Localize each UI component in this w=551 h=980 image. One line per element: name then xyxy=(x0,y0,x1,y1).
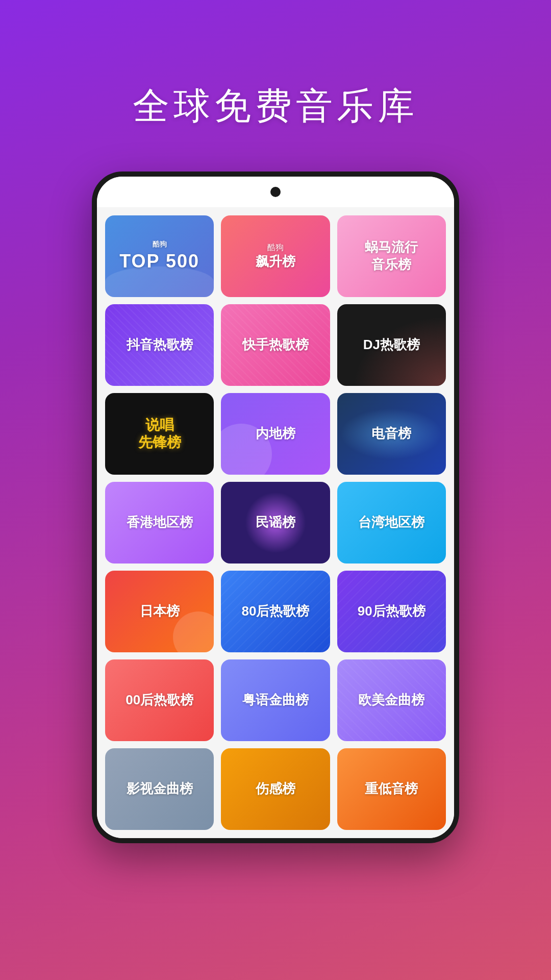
music-grid: 酷狗 TOP 500 酷狗 飙升榜 蜗马流行音乐榜 抖音热歌榜 xyxy=(105,215,446,830)
card-90s-label: 90后热歌榜 xyxy=(358,603,425,620)
card-western-label: 欧美金曲榜 xyxy=(358,692,424,709)
card-movie-label: 影视金曲榜 xyxy=(127,780,193,798)
card-electric-label: 电音榜 xyxy=(371,425,411,443)
card-inland[interactable]: 内地榜 xyxy=(221,393,330,475)
card-sad[interactable]: 伤感榜 xyxy=(221,748,330,830)
card-electric[interactable]: 电音榜 xyxy=(337,393,446,475)
card-minyao[interactable]: 民谣榜 xyxy=(221,482,330,564)
card-00s-label: 00后热歌榜 xyxy=(126,692,193,709)
card-80s[interactable]: 80后热歌榜 xyxy=(221,571,330,652)
card-90s[interactable]: 90后热歌榜 xyxy=(337,571,446,652)
phone-notch xyxy=(97,177,454,207)
card-taiwan-label: 台湾地区榜 xyxy=(358,514,424,531)
card-minyao-label: 民谣榜 xyxy=(256,514,295,531)
card-japan-label: 日本榜 xyxy=(140,603,180,620)
card-cantonese[interactable]: 粤语金曲榜 xyxy=(221,659,330,741)
card-cantonese-label: 粤语金曲榜 xyxy=(242,692,309,709)
card-movie[interactable]: 影视金曲榜 xyxy=(105,748,214,830)
card-western[interactable]: 欧美金曲榜 xyxy=(337,659,446,741)
card-top500-label: 酷狗 TOP 500 xyxy=(119,239,199,274)
phone-frame: 酷狗 TOP 500 酷狗 飙升榜 蜗马流行音乐榜 抖音热歌榜 xyxy=(92,172,459,843)
card-bass[interactable]: 重低音榜 xyxy=(337,748,446,830)
card-taiwan[interactable]: 台湾地区榜 xyxy=(337,482,446,564)
card-kuwo-popular-label: 蜗马流行音乐榜 xyxy=(365,239,418,274)
card-kuwo-popular[interactable]: 蜗马流行音乐榜 xyxy=(337,215,446,297)
card-douyin-label: 抖音热歌榜 xyxy=(127,336,193,354)
card-hongkong[interactable]: 香港地区榜 xyxy=(105,482,214,564)
card-japan[interactable]: 日本榜 xyxy=(105,571,214,652)
card-kuaishou[interactable]: 快手热歌榜 xyxy=(221,304,330,386)
card-rap[interactable]: 说唱先锋榜 xyxy=(105,393,214,475)
card-bass-label: 重低音榜 xyxy=(365,780,418,798)
card-00s[interactable]: 00后热歌榜 xyxy=(105,659,214,741)
card-inland-label: 内地榜 xyxy=(256,425,295,443)
card-paisinbang-label: 酷狗 飙升榜 xyxy=(256,242,295,271)
card-dj[interactable]: DJ热歌榜 xyxy=(337,304,446,386)
card-paisinbang[interactable]: 酷狗 飙升榜 xyxy=(221,215,330,297)
card-rap-label: 说唱先锋榜 xyxy=(138,416,181,451)
card-kuaishou-label: 快手热歌榜 xyxy=(242,336,309,354)
page-title: 全球免费音乐库 xyxy=(133,82,418,131)
card-hongkong-label: 香港地区榜 xyxy=(127,514,193,531)
card-80s-label: 80后热歌榜 xyxy=(242,603,310,620)
card-top500[interactable]: 酷狗 TOP 500 xyxy=(105,215,214,297)
card-dj-label: DJ热歌榜 xyxy=(363,336,420,354)
phone-camera xyxy=(270,187,281,197)
phone-screen: 酷狗 TOP 500 酷狗 飙升榜 蜗马流行音乐榜 抖音热歌榜 xyxy=(97,207,454,838)
card-sad-label: 伤感榜 xyxy=(256,780,295,798)
card-douyin[interactable]: 抖音热歌榜 xyxy=(105,304,214,386)
